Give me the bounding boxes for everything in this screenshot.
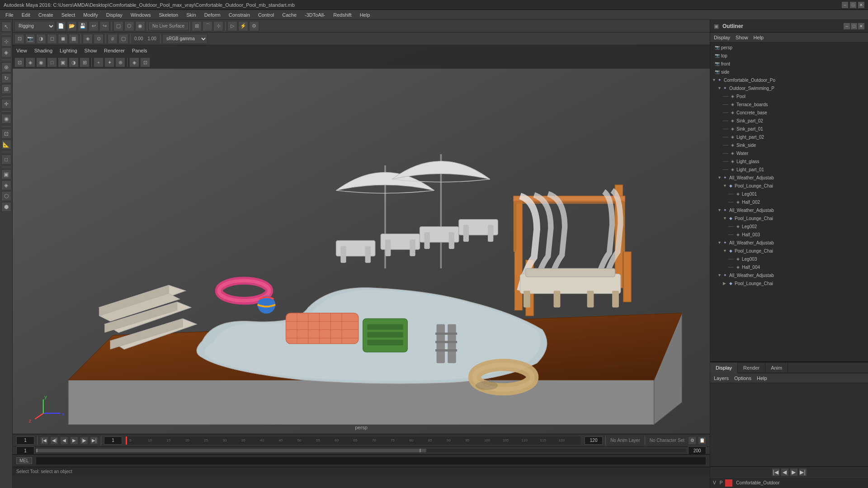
tree-mesh-half003[interactable]: ◈ Half_003 — [710, 230, 868, 239]
outliner-tree[interactable]: 📷 persp 📷 top 📷 front 📷 side ▼ ✦ — [710, 42, 868, 361]
vp-tb-btn6[interactable]: ◑ — [69, 57, 79, 67]
menu-select[interactable]: Select — [58, 11, 79, 19]
tree-camera-front[interactable]: 📷 front — [710, 60, 868, 68]
select-tool-btn[interactable]: ↖ — [1, 22, 11, 32]
menu-skeleton[interactable]: Skeleton — [155, 11, 182, 19]
tree-mesh-terrace[interactable]: ◈ Terrace_boards — [710, 100, 868, 108]
tree-mesh-sink-02[interactable]: ◈ Sink_part_02 — [710, 117, 868, 125]
goto-start-btn[interactable]: |◀ — [40, 436, 48, 445]
maximize-button[interactable]: □ — [850, 2, 856, 8]
menu-redshift[interactable]: Redshift — [330, 11, 355, 19]
film-gate-btn[interactable]: ▢ — [118, 34, 128, 44]
vp-menu-view[interactable]: View — [16, 48, 27, 53]
tree-mesh-sink-01[interactable]: ◈ Sink_part_01 — [710, 125, 868, 133]
menu-3dtoall[interactable]: -3DToAll- — [301, 11, 329, 19]
value-field1[interactable]: 0.00 — [132, 36, 145, 41]
redo-btn[interactable]: ↪ — [99, 21, 109, 31]
tree-mesh-pool[interactable]: ◈ Pool — [710, 92, 868, 100]
xray-btn[interactable]: ◈ — [83, 34, 93, 44]
display-tab[interactable]: Display — [710, 362, 738, 373]
tree-mesh-leg001[interactable]: ◈ Leg001 — [710, 190, 868, 198]
vp-tb-btn9[interactable]: ✦ — [104, 57, 114, 67]
tree-group-pool-lounge-1[interactable]: ▼ ◆ Pool_Lounge_Chai — [710, 182, 868, 190]
view-cube-btn[interactable]: ⊡ — [14, 34, 24, 44]
tree-group-pool-lounge-4[interactable]: ▶ ◆ Pool_Lounge_Chai — [710, 279, 868, 287]
range-start-input[interactable] — [104, 436, 122, 445]
tree-mesh-leg002[interactable]: ◈ Leg002 — [710, 222, 868, 230]
vp-tb-btn2[interactable]: ◈ — [25, 57, 35, 67]
render-settings-btn[interactable]: ⚙ — [249, 21, 259, 31]
grid-btn[interactable]: # — [108, 34, 118, 44]
attr-paint-btn[interactable]: ◈ — [1, 180, 11, 190]
vp-tb-btn11[interactable]: ◈ — [129, 57, 139, 67]
step-back-btn[interactable]: ◀| — [50, 436, 58, 445]
tree-mesh-light-01[interactable]: ◈ Light_part_01 — [710, 165, 868, 174]
sculpt-btn[interactable]: ⬡ — [1, 191, 11, 201]
out-menu-help[interactable]: Help — [752, 35, 766, 40]
universal-manip-btn[interactable]: ✛ — [1, 99, 11, 109]
outliner-maximize[interactable]: □ — [851, 23, 857, 29]
display-quality-btn[interactable]: ◑ — [36, 34, 46, 44]
skin-paint-btn[interactable]: ⬢ — [1, 202, 11, 212]
soft-select-btn[interactable]: ◉ — [1, 114, 11, 124]
layer-color-swatch[interactable] — [725, 479, 732, 487]
render-btn[interactable]: ▷ — [227, 21, 237, 31]
tree-group-weather-4[interactable]: ▼ ✦ All_Weather_Adjustab — [710, 271, 868, 279]
play-fwd-btn[interactable]: ▶ — [70, 436, 78, 445]
menu-control[interactable]: Control — [255, 11, 278, 19]
mel-input[interactable] — [36, 457, 706, 465]
new-scene-btn[interactable]: 📄 — [56, 21, 66, 31]
vp-menu-show[interactable]: Show — [85, 48, 97, 53]
tree-camera-side[interactable]: 📷 side — [710, 68, 868, 76]
menu-help[interactable]: Help — [356, 11, 374, 19]
lasso-select-btn[interactable]: ⊹ — [1, 37, 11, 47]
vp-tb-btn5[interactable]: ▣ — [58, 57, 68, 67]
vp-menu-panels[interactable]: Panels — [132, 48, 147, 53]
tree-mesh-leg003[interactable]: ◈ Leg003 — [710, 255, 868, 263]
nurbs-btn[interactable]: ◉ — [135, 21, 145, 31]
undo-btn[interactable]: ↩ — [89, 21, 99, 31]
tree-group-pool-lounge-3[interactable]: ▼ ◆ Pool_Lounge_Chai — [710, 247, 868, 255]
menu-windows[interactable]: Windows — [127, 11, 155, 19]
tree-mesh-water[interactable]: ◈ Water — [710, 149, 868, 157]
char-set-btn1[interactable]: ⚙ — [688, 436, 696, 445]
textured-btn[interactable]: ▦ — [69, 34, 79, 44]
tree-group-pool-lounge-2[interactable]: ▼ ◆ Pool_Lounge_Chai — [710, 214, 868, 222]
tree-group-outdoor-swimming[interactable]: ▼ ✦ Outdoor_Swimming_P — [710, 84, 868, 92]
tree-mesh-light-glass[interactable]: ◈ Light_glass — [710, 157, 868, 165]
snap-curve-btn[interactable]: ⌒ — [203, 21, 212, 31]
tree-group-weather-1[interactable]: ▼ ✦ All_Weather_Adjustab — [710, 174, 868, 182]
ipr-btn[interactable]: ⚡ — [238, 21, 248, 31]
render-region-btn[interactable]: □ — [1, 155, 11, 164]
menu-create[interactable]: Create — [35, 11, 57, 19]
tree-group-weather-2[interactable]: ▼ ✦ All_Weather_Adjustab — [710, 206, 868, 214]
camera-btn[interactable]: 📷 — [25, 34, 35, 44]
menu-cache[interactable]: Cache — [278, 11, 300, 19]
menu-deform[interactable]: Deform — [201, 11, 224, 19]
tree-mesh-light-part-02[interactable]: ◈ Light_part_02 — [710, 133, 868, 141]
paint-select-btn[interactable]: ◈ — [1, 47, 11, 57]
save-btn[interactable]: 💾 — [78, 21, 88, 31]
outliner-close[interactable]: ✕ — [858, 23, 864, 29]
open-btn[interactable]: 📂 — [67, 21, 77, 31]
tree-camera-persp[interactable]: 📷 persp — [710, 43, 868, 52]
out-menu-show[interactable]: Show — [734, 35, 750, 40]
measure-btn[interactable]: 📐 — [1, 140, 11, 150]
vp-menu-renderer[interactable]: Renderer — [104, 48, 125, 53]
tree-group-weather-3[interactable]: ▼ ✦ All_Weather_Adjustab — [710, 239, 868, 247]
nav-first-btn[interactable]: |◀ — [772, 468, 780, 476]
tree-mesh-half004[interactable]: ◈ Half_004 — [710, 263, 868, 271]
layer-name[interactable]: Comfortable_Outdoor — [734, 480, 781, 485]
layers-menu[interactable]: Layers — [712, 375, 731, 381]
current-frame-input[interactable] — [16, 436, 34, 445]
value-field2[interactable]: 1.00 — [146, 36, 158, 41]
poly-btn[interactable]: ⬡ — [124, 21, 134, 31]
nav-last-btn[interactable]: ▶| — [799, 468, 807, 476]
tree-mesh-half002[interactable]: ◈ Half_002 — [710, 198, 868, 206]
step-fwd-btn[interactable]: |▶ — [80, 436, 88, 445]
close-button[interactable]: ✕ — [858, 2, 864, 8]
menu-display[interactable]: Display — [103, 11, 126, 19]
tree-camera-top[interactable]: 📷 top — [710, 52, 868, 60]
vp-tb-btn7[interactable]: ⊞ — [80, 57, 90, 67]
minimize-button[interactable]: – — [842, 2, 848, 8]
